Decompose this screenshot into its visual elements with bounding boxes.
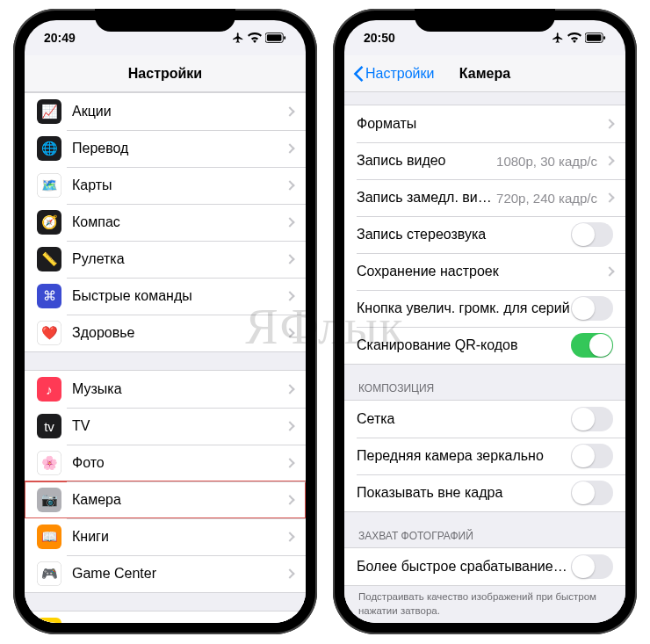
settings-row[interactable]: Сохранение настроек [344,253,625,290]
settings-row[interactable]: Запись замедл. видео720p, 240 кадр/с [344,179,625,216]
settings-row[interactable]: Запись видео1080p, 30 кадр/с [344,142,625,179]
phone-left: 20:49 Настройки 📈Акции🌐Перевод🗺️Карты🧭Ко… [13,9,317,634]
notch [95,9,235,32]
section-footer: Подстраивать качество изображений при бы… [344,586,625,623]
settings-row[interactable]: Сканирование QR-кодов [344,327,625,364]
row-label: Сканирование QR-кодов [357,337,571,353]
row-value: 1080p, 30 кадр/с [496,154,597,169]
app-icon: tv [37,414,61,438]
settings-row[interactable]: 🗺️Карты [25,167,306,204]
status-right-icons [232,32,286,44]
row-label: Карты [72,177,283,193]
svg-rect-5 [603,36,605,40]
notch [415,9,555,32]
row-label: Камера [72,492,283,508]
app-icon: 🌐 [37,136,61,161]
battery-icon [265,33,286,43]
app-icon: ♪ [37,377,61,402]
settings-row[interactable]: 📷Камера [25,481,306,518]
airplane-icon [232,32,244,44]
row-label: Передняя камера зеркально [357,448,571,464]
row-label: Сохранение настроек [357,264,603,279]
chevron-right-icon [285,532,294,541]
row-label: Форматы [357,116,603,132]
back-button[interactable]: Настройки [350,55,437,91]
chevron-right-icon [285,458,294,467]
toggle-switch[interactable] [571,296,613,321]
settings-list[interactable]: 📈Акции🌐Перевод🗺️Карты🧭Компас📏Рулетка⌘Быс… [25,92,306,623]
toggle-switch[interactable] [571,444,613,468]
app-icon: 🗺️ [37,173,61,198]
toggle-switch[interactable] [571,407,613,431]
chevron-right-icon [604,192,614,202]
app-icon: 🧭 [37,210,61,235]
settings-row[interactable]: 🎮Game Center [25,555,306,592]
settings-row[interactable]: ⌘Быстрые команды [25,278,306,315]
toggle-switch[interactable] [571,333,613,358]
chevron-right-icon [604,266,614,276]
row-label: Здоровье [72,325,283,341]
back-label: Настройки [365,66,434,82]
settings-row[interactable]: tvTV [25,408,306,445]
chevron-right-icon [604,119,614,128]
screen-right: 20:50 Настройки Камера ФорматыЗапись вид… [344,20,625,623]
settings-row[interactable]: Сетка [344,401,625,438]
row-label: Кнопка увелич. громк. для серий [357,300,571,316]
settings-row[interactable]: Кнопка увелич. громк. для серий [344,290,625,327]
row-label: Быстрые команды [72,288,283,304]
chevron-right-icon [285,384,294,394]
chevron-right-icon [285,495,294,504]
settings-row[interactable]: 🌐Перевод [25,130,306,167]
chevron-right-icon [285,180,294,190]
settings-row[interactable]: 😊АйДаПрикол [25,611,306,623]
settings-row[interactable]: 📈Акции [25,93,306,130]
settings-row[interactable]: 🧭Компас [25,204,306,241]
row-label: Запись стереозвука [357,227,571,242]
settings-row[interactable]: Форматы [344,105,625,142]
chevron-right-icon [285,291,294,300]
row-label: Фото [72,455,283,471]
chevron-left-icon [353,66,364,82]
status-time: 20:50 [364,31,395,45]
status-right-icons [552,32,606,44]
section-header: ЗАХВАТ ФОТОГРАФИЙ [344,525,625,547]
settings-row[interactable]: Передняя камера зеркально [344,438,625,474]
settings-row[interactable]: Запись стереозвука [344,216,625,253]
row-label: Запись замедл. видео [357,190,496,206]
page-title: Камера [459,66,510,82]
airplane-icon [552,32,564,44]
camera-settings[interactable]: ФорматыЗапись видео1080p, 30 кадр/сЗапис… [344,92,625,623]
chevron-right-icon [285,217,294,227]
toggle-switch[interactable] [571,554,613,579]
settings-row[interactable]: 🌸Фото [25,445,306,481]
svg-rect-1 [267,34,282,40]
row-label: Компас [72,214,283,230]
chevron-right-icon [285,143,294,153]
screen-left: 20:49 Настройки 📈Акции🌐Перевод🗺️Карты🧭Ко… [25,20,306,623]
row-label: Game Center [72,566,283,582]
row-label: Более быстрое срабатывание затвора [357,559,571,575]
chevron-right-icon [285,421,294,431]
app-icon: 📖 [37,525,61,549]
row-label: Акции [72,104,283,119]
chevron-right-icon [285,254,294,264]
settings-row[interactable]: 📏Рулетка [25,241,306,278]
row-label: TV [72,418,283,434]
row-value: 720p, 240 кадр/с [496,191,597,206]
settings-row[interactable]: Более быстрое срабатывание затвора [344,548,625,585]
app-icon: 📈 [37,99,61,124]
row-label: АйДаПрикол [72,622,283,623]
settings-row[interactable]: ♪Музыка [25,371,306,408]
toggle-switch[interactable] [571,222,613,247]
row-label: Музыка [72,381,283,397]
section-header: КОМПОЗИЦИЯ [344,377,625,400]
app-icon: ⌘ [37,284,61,308]
settings-row[interactable]: 📖Книги [25,518,306,555]
app-icon: 😊 [37,618,61,623]
chevron-right-icon [285,328,294,337]
settings-row[interactable]: Показывать вне кадра [344,474,625,511]
settings-row[interactable]: ❤️Здоровье [25,315,306,351]
row-label: Перевод [72,141,283,156]
toggle-switch[interactable] [571,481,613,505]
page-title: Настройки [128,66,202,82]
